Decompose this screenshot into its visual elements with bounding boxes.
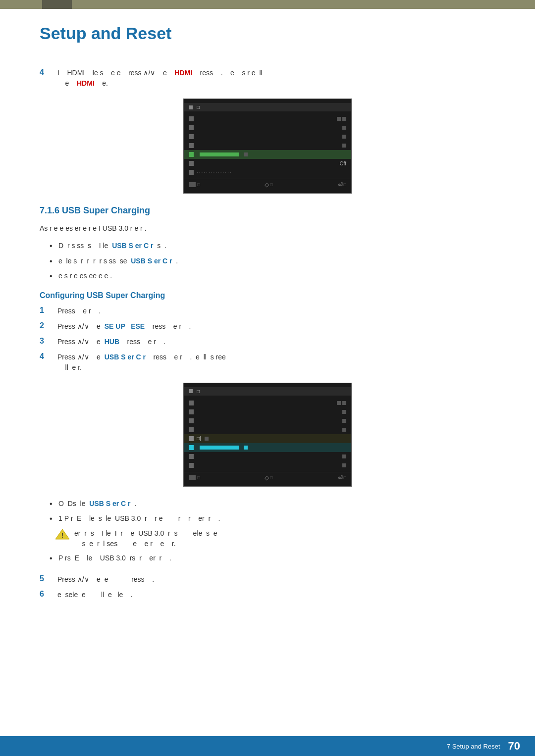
- osd-footer-icon-1: [189, 182, 196, 187]
- bullet-text-716-3: e s r e es ee e e .: [58, 271, 112, 281]
- osd-green-bar: [200, 152, 239, 156]
- osd2-row-value-2: [341, 410, 346, 414]
- osd-teal-bar: [200, 446, 239, 450]
- osd2-row-icon-8: [189, 463, 194, 468]
- config-step-4-text: Press ∧/∨ e USB S er C r ress e r . e ll…: [57, 352, 495, 373]
- page-title: Setup and Reset: [40, 24, 495, 48]
- config-step-3-number: 3: [40, 337, 54, 346]
- osd2-row-4: [184, 425, 351, 434]
- step-4-number: 4: [40, 68, 54, 77]
- osd-box-1: □: [183, 99, 352, 194]
- osd-footer-1: □ ◇ □ ⏎ □: [184, 179, 351, 188]
- osd2-row-icon-1: [189, 401, 194, 405]
- usbs-highlight-2: USB S er C r: [131, 257, 172, 265]
- osd2-footer-item-3: ⏎ □: [338, 474, 346, 481]
- usbsupercharger-highlight-2: USB S er C r: [89, 500, 130, 507]
- osd2-row-value-6: [242, 446, 248, 450]
- bullet-list-post-osd2: • O Ds le USB S er C r . • 1 P r E le s …: [50, 499, 495, 564]
- step-5-text: Press ∧/∨ e e ress .: [57, 574, 495, 585]
- section-716-intro: As r e e es er e r e I USB 3.0 r e r .: [40, 223, 495, 234]
- osd2-footer-item-1: □: [189, 474, 200, 481]
- section-716-heading: 7.1.6 USB Super Charging: [40, 205, 495, 216]
- osd2-row-7: [184, 452, 351, 461]
- osd2-row-2: [184, 407, 351, 416]
- osd-box-2: □: [183, 383, 352, 487]
- osd-title-dot: [189, 105, 193, 109]
- step-4-text: I HDMI le s e e ress ∧/∨ e HDMI ress . e…: [57, 68, 495, 89]
- bullet-dot-3: •: [50, 271, 58, 282]
- bullet-item-716-1: • D r s ss s I le USB S er C r s .: [50, 241, 495, 252]
- osd2-row-icon-7: [189, 454, 194, 459]
- config-step-2-number: 2: [40, 321, 54, 330]
- osd-row-1: [184, 114, 351, 123]
- osd-row-icon-6: [189, 161, 194, 166]
- top-bar-accent: [42, 0, 72, 9]
- osd-row-icon-2: [189, 125, 194, 130]
- osd2-footer-icon-1: [189, 475, 196, 480]
- step-4-block: 4 I HDMI le s e e ress ∧/∨ e HDMI ress .…: [40, 68, 495, 89]
- osd2-row-icon-5: [189, 436, 194, 441]
- osd2-row-icon-2: [189, 409, 194, 414]
- osd2-row-1: [184, 399, 351, 407]
- osd-row-icon-7: [189, 170, 194, 175]
- osd-off-text: Off: [340, 161, 346, 166]
- step-6-block: 6 e sele e ll e le .: [40, 590, 495, 600]
- step-5-block: 5 Press ∧/∨ e e ress .: [40, 574, 495, 585]
- bullet-text-716-1: D r s ss s I le USB S er C r s .: [58, 241, 166, 251]
- osd-footer-2: □ ◇ □ ⏎ □: [184, 472, 351, 481]
- osd-title-dot-2: [189, 389, 193, 393]
- osd-row-3: [184, 132, 351, 141]
- osd2-row-3: [184, 416, 351, 425]
- osd-footer-item-1: □: [189, 181, 200, 188]
- osd2-row-icon-3: [189, 418, 194, 423]
- osd2-row-icon-4: [189, 427, 194, 432]
- setup-ese-highlight: SE UP ESE: [105, 322, 145, 330]
- osd-row-4: [184, 141, 351, 150]
- bullet-post-text-4: P rs E le USB 3.0 rs r er r .: [58, 553, 171, 563]
- osd2-footer-item-2: ◇ □: [265, 474, 272, 481]
- configuring-heading: Configuring USB Super Charging: [40, 291, 495, 300]
- bullet-post-dot-1: •: [50, 499, 58, 509]
- osd-row-icon-4: [189, 143, 194, 148]
- osd2-row-value-3: [341, 419, 346, 423]
- top-decorative-bar: [0, 0, 535, 9]
- osd-title-bar-2: □: [184, 387, 351, 396]
- config-step-3: 3 Press ∧/∨ e HUB ress e r .: [40, 337, 495, 347]
- bullet-item-716-3: • e s r e es ee e e .: [50, 271, 495, 282]
- hdmi-highlight-1: HDMI: [174, 69, 192, 77]
- step-5-number: 5: [40, 574, 54, 583]
- osd-title-bar-1: □: [184, 103, 351, 111]
- config-step-4-number: 4: [40, 352, 54, 361]
- osd-row-6: Off: [184, 159, 351, 168]
- step-6-text: e sele e ll e le .: [57, 590, 495, 600]
- usbs-highlight-1: USB S er C r: [112, 242, 153, 250]
- config-step-1: 1 Press e r .: [40, 306, 495, 316]
- warning-icon: !: [54, 528, 70, 540]
- osd2-row-value-8: [341, 463, 346, 467]
- warn-row: ! er r s I le I r e USB 3.0 r s ele s e …: [54, 528, 495, 549]
- bullet-post-1: • O Ds le USB S er C r .: [50, 499, 495, 509]
- footer-label: 7 Setup and Reset: [447, 743, 500, 750]
- usbsupercharger-highlight: USB S er C r: [105, 353, 146, 361]
- bullet-post-dot-4: •: [50, 553, 58, 564]
- osd-row-value-2: [341, 126, 346, 130]
- osd2-row-value-1: [335, 401, 346, 405]
- osd2-row-5: □|: [184, 434, 351, 443]
- footer-number: 70: [508, 740, 520, 753]
- osd-row-value-4: [341, 144, 346, 148]
- osd-row-value-3: [341, 135, 346, 139]
- config-step-1-number: 1: [40, 306, 54, 315]
- osd-footer-item-3: ⏎ □: [338, 181, 346, 188]
- osd2-row-value-7: [341, 454, 346, 458]
- config-step-4: 4 Press ∧/∨ e USB S er C r ress e r . e …: [40, 352, 495, 373]
- osd-footer-item-2: ◇ □: [265, 181, 272, 188]
- bullet-post-text-2: 1 P r E le s le USB 3.0 r r e r r er r .: [58, 513, 220, 524]
- osd-row-icon-1: [189, 116, 194, 121]
- bullet-text-716-2: e le s r r r r s ss se USB S er C r .: [58, 256, 178, 266]
- osd-row-5-highlighted: [184, 150, 351, 159]
- hub-highlight: HUB: [105, 338, 119, 346]
- osd2-row-8: [184, 461, 351, 470]
- step-6-number: 6: [40, 590, 54, 599]
- osd-screenshot-2: □: [40, 383, 495, 487]
- osd2-row-6-highlighted: [184, 443, 351, 452]
